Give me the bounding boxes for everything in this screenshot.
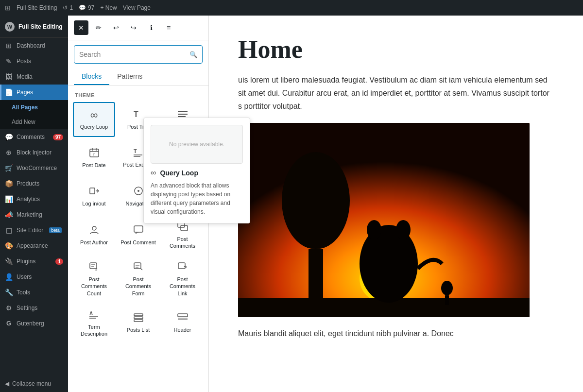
sidebar-item-pages[interactable]: 📄 Pages [0,85,68,100]
page-body-2[interactable]: Mauris blandit aliquet elit, eget tincid… [238,327,554,340]
block-label: Post Comments Form [120,276,156,297]
tools-icon: 🔧 [5,289,13,296]
tab-patterns[interactable]: Patterns [109,68,150,85]
block-item-post-comments-link[interactable]: Post Comments Link [161,256,204,302]
block-item-post-author[interactable]: Post Author [73,216,115,255]
sidebar-item-site-editor[interactable]: ◱ Site Editor beta [0,222,68,238]
wp-logo: W [5,22,15,32]
navigation-icon [134,186,143,197]
sidebar-item-dashboard[interactable]: ⊞ Dashboard [0,38,68,53]
admin-bar: ⊞ Full Site Editing ↺ 1 💬 97 + New View … [0,0,583,16]
sidebar-item-label: Pages [17,89,33,96]
wp-logo-admin[interactable]: ⊞ [5,4,11,12]
block-label: Query Loop [80,123,108,130]
block-item-post-comments-count[interactable]: # Post Comments Count [73,256,115,302]
post-title-icon: T [134,109,143,120]
search-box: 🔍 [74,45,203,64]
appearance-icon: 🎨 [5,242,13,250]
close-button[interactable]: ✕ [74,20,88,35]
sidebar-item-plugins[interactable]: 🔌 Plugins 1 [0,254,68,269]
list-view-button[interactable]: ≡ [161,20,176,35]
site-editor-icon: ◱ [5,226,13,234]
sidebar-item-posts[interactable]: ✎ Posts [0,53,68,69]
block-label: Post Comment [120,239,156,246]
svg-line-30 [141,269,142,270]
collapse-menu[interactable]: ◀ Collapse menu [0,375,68,392]
page-body-1[interactable]: uis lorem ut libero malesuada feugiat. V… [238,73,554,113]
redo-button[interactable]: ↪ [126,20,141,35]
block-label: Post Comments Count [76,276,112,297]
query-loop-icon: ∞ [90,110,98,120]
sidebar-item-label: Posts [17,58,31,65]
settings-icon: ⚙ [5,304,13,312]
svg-text:T: T [134,148,137,154]
sidebar-item-woocommerce[interactable]: 🛒 WooCommerce [0,160,68,176]
undo-button[interactable]: ↩ [109,20,123,35]
sidebar-item-block-injector[interactable]: ⊕ Block Injector [0,145,68,160]
inserter-tabs: Blocks Patterns [68,68,208,85]
svg-rect-37 [134,320,143,322]
sidebar-item-add-new[interactable]: Add New [0,115,68,129]
svg-rect-36 [134,317,143,319]
sidebar-item-gutenberg[interactable]: G Gutenberg [0,316,68,331]
post-excerpt-icon: T [134,148,143,158]
block-item-term-description[interactable]: A Term Description [73,304,115,342]
sidebar-item-label: Comments [17,134,45,140]
editor-area: Home uis lorem ut libero malesuada feugi… [209,16,583,392]
pages-icon: 📄 [5,88,13,96]
svg-text:#: # [95,267,98,272]
search-input[interactable] [74,47,185,62]
sidebar-item-label: All Pages [12,104,38,111]
plugins-badge: 1 [55,258,63,265]
media-icon: 🖼 [5,73,13,81]
block-item-header[interactable]: Header [161,304,204,342]
posts-list-icon [134,313,143,324]
view-page-admin[interactable]: View Page [123,4,151,11]
sidebar-item-analytics[interactable]: 📊 Analytics [0,191,68,207]
beta-badge: beta [49,227,62,233]
sidebar-item-settings[interactable]: ⚙ Settings [0,300,68,316]
tooltip-header: ∞ Query Loop [151,169,243,177]
sidebar-item-users[interactable]: 👤 Users [0,269,68,285]
block-label: Log in/out [82,200,105,207]
tab-blocks[interactable]: Blocks [74,68,109,85]
revisions-admin[interactable]: ↺ 1 [63,4,73,11]
block-item-posts-list[interactable]: Posts List [117,304,159,342]
post-comment-icon [134,225,143,236]
tooltip-description: An advanced block that allows displaying… [151,181,243,216]
block-item-post-comments-form[interactable]: Post Comments Form [117,256,159,302]
sidebar-item-label: Analytics [17,196,40,203]
sidebar-item-all-pages[interactable]: All Pages [0,100,68,115]
section-theme-label: THEME [73,90,204,102]
block-item-log-inout[interactable]: Log in/out [73,179,115,214]
sidebar-item-comments[interactable]: 💬 Comments 97 [0,129,68,145]
info-button[interactable]: ℹ [144,20,158,35]
wp-admin-sidebar: W Full Site Editing ⊞ Dashboard ✎ Posts … [0,16,68,392]
sidebar-item-tools[interactable]: 🔧 Tools [0,285,68,300]
block-inserter-panel: ✕ ✏ ↩ ↪ ℹ ≡ 🔍 Blocks Patterns [68,16,209,392]
sidebar-item-label: Products [17,180,39,187]
search-submit-button[interactable]: 🔍 [185,46,202,63]
gutenberg-icon: G [5,320,13,327]
block-item-post-date[interactable]: 7 Post Date [73,139,115,177]
comments-admin[interactable]: 💬 97 [79,4,94,11]
sidebar-item-appearance[interactable]: 🎨 Appearance [0,238,68,254]
sidebar-item-marketing[interactable]: 📣 Marketing [0,207,68,222]
svg-rect-14 [90,188,95,194]
post-comments-form-icon [134,262,143,273]
comments-icon: 💬 [5,133,13,141]
block-item-query-loop[interactable]: ∞ Query Loop [73,102,115,137]
edit-button[interactable]: ✏ [91,20,106,35]
editor-content: Home uis lorem ut libero malesuada feugi… [209,16,583,392]
page-title[interactable]: Home [238,35,554,64]
sidebar-item-products[interactable]: 📦 Products [0,176,68,191]
block-label: Header [173,326,191,333]
tooltip-title: Query Loop [160,169,198,177]
sidebar-item-media[interactable]: 🖼 Media [0,69,68,85]
search-icon: 🔍 [189,51,198,58]
new-button-admin[interactable]: + New [100,4,117,11]
site-name-admin[interactable]: Full Site Editing [17,4,57,11]
svg-rect-20 [134,226,143,232]
sidebar-item-label: Users [17,273,32,280]
pages-submenu: All Pages Add New [0,100,68,129]
